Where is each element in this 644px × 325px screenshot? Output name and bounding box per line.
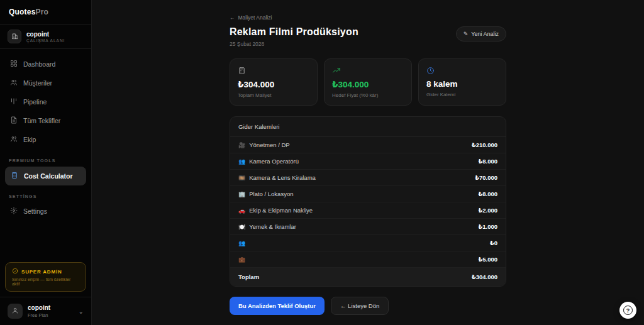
super-admin-badge: SUPER ADMİN Sınırsız erişim — tüm özelli… [5, 262, 86, 292]
stat-value: 8 kalem [426, 79, 498, 89]
row-label: Yönetmen / DP [249, 141, 289, 148]
users-icon [10, 79, 18, 87]
row-amount: ₺70.000 [475, 174, 497, 181]
create-quote-from-analysis-button[interactable]: Bu Analizden Teklif Oluştur [230, 297, 325, 315]
sidebar-item-team[interactable]: Ekip [5, 131, 86, 148]
admin-badge-title: SUPER ADMİN [21, 269, 62, 275]
page-title: Reklam Filmi Prodüksiyon [230, 26, 358, 38]
admin-badge-subtitle: Sınırsız erişim — tüm özellikler aktif [12, 277, 79, 286]
calculator-icon [238, 66, 309, 75]
film-frames-icon: 🎞️ [238, 175, 245, 181]
row-label: Kamera Operatörü [249, 158, 299, 165]
stat-label: Hedef Fiyat (%0 kâr) [332, 92, 404, 98]
stat-value: ₺304.000 [238, 79, 309, 89]
row-label: Yemek & İkramlar [249, 223, 296, 230]
breadcrumb-back-link[interactable]: ← Maliyet Analizi [230, 14, 506, 21]
row-amount: ₺5.000 [479, 256, 497, 263]
user-plan: Free Plan [28, 312, 50, 318]
people-icon: 👥 [238, 240, 245, 246]
page-date: 25 Şubat 2028 [230, 41, 358, 47]
table-row: 👥Kamera Operatörü ₺8.000 [230, 153, 506, 170]
pencil-icon: ✎ [464, 31, 469, 37]
stat-label: Toplam Maliyet [238, 92, 309, 98]
expense-items-table: Gider Kalemleri 🎥Yönetmen / DP ₺210.000 … [230, 116, 506, 287]
premium-tools-section-label: PREMIUM TOOLS [0, 150, 91, 167]
row-amount: ₺8.000 [479, 158, 497, 165]
kanban-icon [10, 97, 18, 106]
user-menu[interactable]: copoint Free Plan ⌄ [0, 297, 91, 325]
shield-check-icon [12, 268, 18, 275]
table-row: 🏢Plato / Lokasyon ₺8.000 [230, 186, 506, 202]
table-row: 💼 ₺5.000 [230, 251, 506, 268]
people-icon: 👥 [238, 158, 245, 165]
grid-icon [10, 60, 18, 69]
gear-icon [10, 207, 18, 216]
workspace-label: ÇALIŞMA ALANI [26, 38, 65, 43]
table-row: 🎥Yönetmen / DP ₺210.000 [230, 137, 506, 153]
workspace-name: copoint [26, 31, 65, 38]
document-icon [10, 116, 18, 125]
clock-icon [426, 66, 498, 75]
row-label: Kamera & Lens Kiralama [249, 174, 316, 181]
office-building-icon: 🏢 [238, 191, 245, 197]
main-content: ← Maliyet Analizi Reklam Filmi Prodüksiy… [92, 0, 644, 325]
new-analysis-label: Yeni Analiz [471, 31, 499, 37]
row-amount: ₺0 [490, 240, 497, 246]
app-logo: QuotesPro [0, 0, 91, 25]
stat-card-item-count: 8 kalem Gider Kalemi [418, 58, 506, 106]
table-row: 🚗Ekip & Ekipman Nakliye ₺2.000 [230, 202, 506, 219]
brand-secondary: Pro [36, 8, 49, 16]
breadcrumb-label: Maliyet Analizi [238, 14, 272, 21]
table-row: 👥 ₺0 [230, 235, 506, 251]
sidebar-item-settings[interactable]: Settings [5, 202, 86, 220]
stat-card-target-price: ₺304.000 Hedef Fiyat (%0 kâr) [324, 58, 412, 106]
workspace-avatar [8, 30, 21, 43]
back-to-list-button[interactable]: ← Listeye Dön [331, 297, 389, 315]
workspace-selector[interactable]: copoint ÇALIŞMA ALANI [0, 25, 91, 49]
car-icon: 🚗 [238, 207, 245, 214]
calculator-icon [11, 172, 18, 180]
table-row: 🎞️Kamera & Lens Kiralama ₺70.000 [230, 170, 506, 186]
trending-up-icon [332, 66, 404, 75]
sidebar-item-label: Pipeline [23, 98, 47, 106]
stat-card-total-cost: ₺304.000 Toplam Maliyet [230, 58, 318, 106]
row-amount: ₺2.000 [479, 207, 497, 214]
sidebar-item-label: Ekip [23, 136, 36, 143]
app-window: QuotesPro copoint ÇALIŞMA ALANI Dashboar… [0, 0, 644, 325]
new-analysis-button[interactable]: ✎ Yeni Analiz [456, 26, 506, 41]
table-title: Gider Kalemleri [230, 117, 506, 137]
sidebar-item-pipeline[interactable]: Pipeline [5, 93, 86, 111]
building-icon [11, 31, 18, 42]
row-amount: ₺1.000 [479, 223, 497, 230]
row-label: Ekip & Ekipman Nakliye [249, 207, 313, 214]
movie-camera-icon: 🎥 [238, 142, 245, 148]
sidebar-item-dashboard[interactable]: Dashboard [5, 55, 86, 73]
total-amount: ₺304.000 [472, 273, 497, 280]
settings-section-label: SETTİNGS [0, 185, 91, 202]
sidebar-item-customers[interactable]: Müşteriler [5, 74, 86, 92]
row-amount: ₺210.000 [472, 141, 497, 148]
table-total-row: Toplam ₺304.000 [230, 268, 506, 286]
sidebar: QuotesPro copoint ÇALIŞMA ALANI Dashboar… [0, 0, 92, 325]
brand-primary: Quotes [9, 8, 36, 16]
briefcase-icon: 💼 [238, 256, 245, 263]
stat-label: Gider Kalemi [426, 92, 498, 97]
sidebar-item-label: Müşteriler [23, 79, 52, 87]
person-icon [11, 306, 19, 317]
sidebar-item-quotes[interactable]: Tüm Teklifler [5, 112, 86, 129]
stats-row: ₺304.000 Toplam Maliyet ₺304.000 Hedef F… [230, 58, 506, 106]
row-label: Plato / Lokasyon [249, 190, 293, 197]
user-name: copoint [28, 304, 50, 312]
sidebar-spacer [0, 220, 91, 257]
chevron-down-icon: ⌄ [79, 308, 84, 315]
sidebar-item-label: Settings [23, 207, 47, 215]
sidebar-item-label: Cost Calculator [24, 172, 73, 180]
sidebar-item-label: Tüm Teklifler [23, 117, 60, 124]
question-mark-icon: ? [623, 306, 633, 315]
sidebar-item-label: Dashboard [23, 60, 55, 68]
row-amount: ₺8.000 [479, 190, 497, 197]
total-label: Toplam [238, 273, 259, 280]
help-button[interactable]: ? [619, 302, 636, 319]
back-arrow-icon: ← [230, 14, 235, 21]
sidebar-item-cost-calculator[interactable]: Cost Calculator [5, 167, 86, 185]
